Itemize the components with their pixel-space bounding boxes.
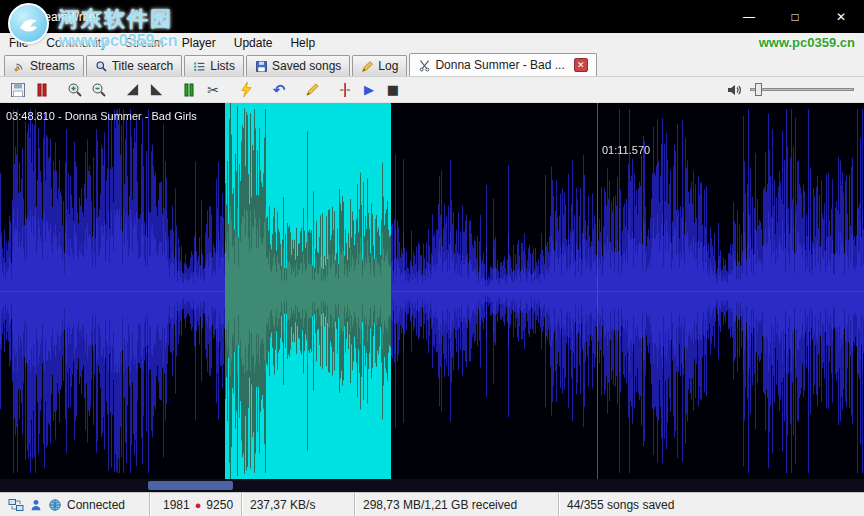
- waveform-canvas[interactable]: [0, 103, 864, 479]
- fade-in-button[interactable]: [120, 79, 144, 101]
- globe-icon: [48, 498, 62, 512]
- tab-saved-songs[interactable]: Saved songs: [246, 55, 350, 76]
- watermark-site-name: 河东软件园: [58, 5, 173, 33]
- tab-lists[interactable]: Lists: [184, 55, 244, 76]
- play-button[interactable]: ▶: [357, 79, 381, 101]
- undo-icon: ↶: [273, 81, 286, 99]
- tab-title-search[interactable]: Title search: [86, 55, 183, 76]
- statusbar: Connected 1981 ● 9250 237,37 KB/s 298,73…: [0, 492, 864, 516]
- menu-item-help[interactable]: Help: [281, 33, 324, 53]
- saved-songs-label: 44/355 songs saved: [567, 498, 674, 512]
- stop-button[interactable]: ■: [381, 79, 405, 101]
- apply-effects-button[interactable]: [234, 79, 258, 101]
- edit-title-button[interactable]: [300, 79, 324, 101]
- lightning-icon: [239, 82, 254, 97]
- watermark-site-url: www.pc0359.cn: [59, 32, 178, 50]
- cut-marks-button[interactable]: [177, 79, 201, 101]
- menu-item-update[interactable]: Update: [225, 33, 282, 53]
- fade-out-icon: [149, 82, 164, 97]
- tab-label: Streams: [30, 59, 75, 73]
- speed-label: 237,37 KB/s: [250, 498, 315, 512]
- tab-label: Title search: [112, 59, 174, 73]
- connection-status-label: Connected: [67, 498, 125, 512]
- minimize-button[interactable]: —: [726, 0, 772, 33]
- disk-icon: [255, 60, 268, 73]
- received-label: 298,73 MB/1,21 GB received: [363, 498, 517, 512]
- watermark-site-url-right: www.pc0359.cn: [759, 35, 855, 50]
- maximize-button[interactable]: □: [772, 0, 818, 33]
- save-icon: [10, 82, 26, 98]
- status-received: 298,73 MB/1,21 GB received: [355, 493, 559, 516]
- network-icon: [8, 497, 24, 513]
- streamwriter-window: streamWriter — □ ✕ File Community Stream…: [0, 0, 864, 516]
- status-saved: 44/355 songs saved: [559, 493, 864, 516]
- status-connection: Connected: [0, 493, 150, 516]
- user-icon: [29, 498, 43, 512]
- tab-label: Lists: [210, 59, 235, 73]
- list-icon: [193, 60, 206, 73]
- titles-count: 9250: [206, 498, 233, 512]
- streams-count: 1981: [163, 498, 190, 512]
- pencil-icon: [361, 60, 374, 73]
- volume-slider[interactable]: [750, 88, 854, 91]
- tab-song-cut[interactable]: Donna Summer - Bad ... ✕: [409, 53, 596, 76]
- cursor-time-label: 01:11.570: [602, 144, 650, 156]
- scrollbar-thumb[interactable]: [148, 481, 233, 490]
- undo-button[interactable]: ↶: [267, 79, 291, 101]
- tabbar: Streams Title search Lists Saved songs: [0, 53, 864, 77]
- tab-close-button[interactable]: ✕: [574, 58, 588, 72]
- signal-icon: [13, 60, 26, 73]
- cut-icon: [418, 59, 431, 72]
- fade-in-icon: [125, 82, 140, 97]
- watermark-bird-icon: [16, 11, 42, 37]
- tab-label: Log: [378, 59, 398, 73]
- play-icon: ▶: [364, 82, 374, 97]
- tab-label: Saved songs: [272, 59, 341, 73]
- cut-button[interactable]: ✂: [201, 79, 225, 101]
- tab-log[interactable]: Log: [352, 55, 407, 76]
- scissors-icon: ✂: [207, 82, 219, 98]
- wand-icon: [305, 82, 320, 97]
- volume-slider-thumb[interactable]: [755, 83, 762, 96]
- stop-icon: ■: [387, 82, 399, 97]
- playhead-icon: [337, 82, 353, 98]
- playhead-button[interactable]: [333, 79, 357, 101]
- red-pause-icon: [34, 82, 50, 98]
- status-counts: 1981 ● 9250: [150, 493, 242, 516]
- waveform-scrollbar[interactable]: [0, 479, 864, 492]
- menu-item-player[interactable]: Player: [173, 33, 225, 53]
- record-button[interactable]: [30, 79, 54, 101]
- tab-streams[interactable]: Streams: [4, 55, 84, 76]
- green-pause-icon: [181, 82, 197, 98]
- window-controls: — □ ✕: [726, 0, 864, 33]
- save-button[interactable]: [6, 79, 30, 101]
- waveform-editor: 03:48.810 - Donna Summer - Bad Girls 01:…: [0, 103, 864, 492]
- zoom-in-icon: [67, 82, 83, 98]
- watermark-logo: [8, 3, 49, 44]
- tab-label: Donna Summer - Bad ...: [435, 58, 564, 72]
- status-speed: 237,37 KB/s: [242, 493, 355, 516]
- search-icon: [95, 60, 108, 73]
- volume-control: [726, 82, 858, 98]
- zoom-in-button[interactable]: [63, 79, 87, 101]
- fade-out-button[interactable]: [144, 79, 168, 101]
- record-dot-icon: ●: [195, 499, 202, 511]
- cut-toolbar: ✂ ↶ ▶: [0, 77, 864, 103]
- zoom-out-button[interactable]: [87, 79, 111, 101]
- close-button[interactable]: ✕: [818, 0, 864, 33]
- waveform-position-label: 03:48.810 - Donna Summer - Bad Girls: [6, 110, 197, 122]
- zoom-out-icon: [91, 82, 107, 98]
- speaker-icon: [726, 82, 743, 98]
